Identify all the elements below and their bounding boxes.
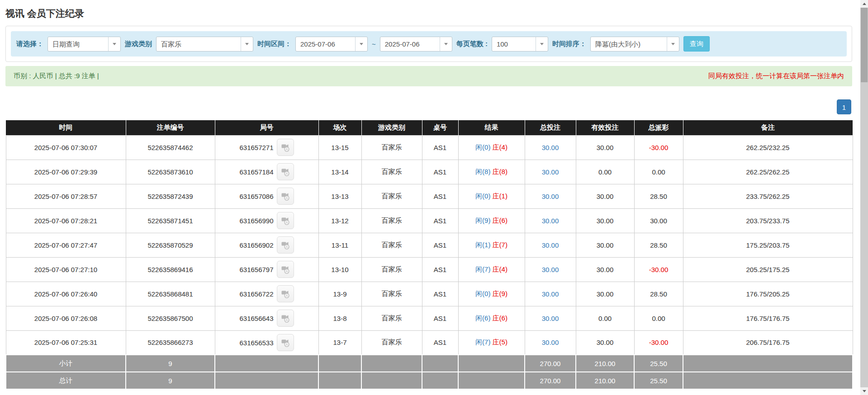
cell-remark: 206.75/176.75 xyxy=(683,330,853,355)
result-player: 闲(0) xyxy=(475,290,490,297)
chevron-down-icon[interactable] xyxy=(355,37,367,51)
summary-cell xyxy=(361,355,422,372)
cell-round: 631656902 xyxy=(215,233,318,257)
cell-game-type: 百家乐 xyxy=(361,257,422,282)
summary-cell: 9 xyxy=(126,372,215,389)
arrow-up-icon xyxy=(863,3,866,5)
cell-total-bet[interactable]: 30.00 xyxy=(525,184,576,208)
game-type-value: 百家乐 xyxy=(157,37,241,51)
cell-result: 闲(1) 庄(7) xyxy=(458,233,525,257)
video-replay-button[interactable] xyxy=(277,139,294,156)
page-size-label: 每页笔数 : xyxy=(456,40,488,48)
column-header: 备注 xyxy=(683,120,853,135)
cell-total-bet[interactable]: 30.00 xyxy=(525,282,576,306)
column-header: 有效投注 xyxy=(576,120,634,135)
scrollbar-thumb[interactable] xyxy=(861,8,868,82)
cell-result: 闲(0) 庄(9) xyxy=(458,282,525,306)
page-size-value: 100 xyxy=(492,37,536,51)
video-replay-button[interactable] xyxy=(277,163,294,180)
cell-session: 13-14 xyxy=(318,160,361,184)
table-row: 2025-07-06 07:28:21522635871451631656990… xyxy=(6,208,853,233)
cell-total-bet[interactable]: 30.00 xyxy=(525,330,576,355)
date-from-select[interactable]: 2025-07-06 xyxy=(295,37,368,52)
cell-session: 13-10 xyxy=(318,257,361,282)
cell-time: 2025-07-06 07:28:57 xyxy=(6,184,126,208)
page-button-1[interactable]: 1 xyxy=(837,99,851,114)
video-file-icon xyxy=(280,313,290,323)
summary-cell xyxy=(318,355,361,372)
video-file-icon xyxy=(280,240,290,250)
video-replay-button[interactable] xyxy=(277,334,294,351)
cell-valid-bet: 0.00 xyxy=(576,306,634,330)
cell-result: 闲(0) 庄(1) xyxy=(458,184,525,208)
chevron-down-icon[interactable] xyxy=(108,37,120,51)
cell-total-bet[interactable]: 30.00 xyxy=(525,306,576,330)
cell-time: 2025-07-06 07:27:47 xyxy=(6,233,126,257)
cell-time: 2025-07-06 07:25:31 xyxy=(6,330,126,355)
cell-session: 13-8 xyxy=(318,306,361,330)
table-footer: 小计9270.00210.0025.50总计9270.00210.0025.50 xyxy=(6,355,853,389)
cell-bet-id: 522635869416 xyxy=(126,257,215,282)
cell-session: 13-7 xyxy=(318,330,361,355)
cell-total-bet[interactable]: 30.00 xyxy=(525,233,576,257)
table-row: 2025-07-06 07:27:10522635869416631656797… xyxy=(6,257,853,282)
table-row: 2025-07-06 07:28:57522635872439631657086… xyxy=(6,184,853,208)
cell-table-id: AS1 xyxy=(422,135,458,160)
video-replay-button[interactable] xyxy=(277,236,294,254)
chevron-down-icon[interactable] xyxy=(536,37,548,51)
game-type-select[interactable]: 百家乐 xyxy=(156,37,253,52)
video-replay-button[interactable] xyxy=(277,212,294,229)
scroll-up-button[interactable] xyxy=(860,0,868,8)
search-button[interactable]: 查询 xyxy=(683,36,710,52)
date-to-select[interactable]: 2025-07-06 xyxy=(380,37,452,52)
cell-payout: -30.00 xyxy=(634,257,683,282)
summary-cell xyxy=(683,355,853,372)
chevron-down-icon[interactable] xyxy=(667,37,679,51)
video-replay-button[interactable] xyxy=(277,285,294,302)
video-replay-button[interactable] xyxy=(277,188,294,205)
page-content: 视讯 会员下注纪录 请选择： 日期查询 游戏类别 百家乐 时间区间： 2025-… xyxy=(5,0,852,390)
summary-cell xyxy=(422,355,458,372)
scroll-down-button[interactable] xyxy=(860,387,868,395)
video-replay-button[interactable] xyxy=(277,310,294,327)
round-number: 631656643 xyxy=(239,315,273,322)
cell-total-bet[interactable]: 30.00 xyxy=(525,208,576,233)
cell-table-id: AS1 xyxy=(422,330,458,355)
cell-total-bet[interactable]: 30.00 xyxy=(525,160,576,184)
result-banker: 庄(6) xyxy=(493,314,508,322)
query-mode-select[interactable]: 日期查询 xyxy=(47,37,121,52)
video-replay-button[interactable] xyxy=(277,261,294,278)
cell-game-type: 百家乐 xyxy=(361,306,422,330)
cell-total-bet[interactable]: 30.00 xyxy=(525,135,576,160)
chevron-down-icon[interactable] xyxy=(440,37,452,51)
cell-table-id: AS1 xyxy=(422,208,458,233)
round-number: 631656902 xyxy=(239,241,273,249)
result-player: 闲(1) xyxy=(475,241,490,249)
summary-cell: 210.00 xyxy=(576,372,634,389)
cell-time: 2025-07-06 07:27:10 xyxy=(6,257,126,282)
query-mode-value: 日期查询 xyxy=(48,37,108,51)
cell-valid-bet: 30.00 xyxy=(576,233,634,257)
cell-total-bet[interactable]: 30.00 xyxy=(525,257,576,282)
time-sort-select[interactable]: 降冪(由大到小) xyxy=(590,37,679,52)
cell-result: 闲(8) 庄(8) xyxy=(458,160,525,184)
vertical-scrollbar[interactable] xyxy=(860,0,868,395)
cell-round: 631656990 xyxy=(215,208,318,233)
result-banker: 庄(8) xyxy=(493,168,508,175)
cell-result: 闲(7) 庄(5) xyxy=(458,330,525,355)
cell-payout: 28.50 xyxy=(634,184,683,208)
result-banker: 庄(6) xyxy=(493,216,508,224)
cell-valid-bet: 30.00 xyxy=(576,330,634,355)
cell-payout: 28.50 xyxy=(634,282,683,306)
bet-records-table: 时间注单编号局号场次游戏类别桌号结果总投注有效投注总派彩备注 2025-07-0… xyxy=(5,120,853,390)
result-banker: 庄(5) xyxy=(493,338,508,346)
summary-cell xyxy=(683,372,853,389)
cell-remark: 203.75/233.75 xyxy=(683,208,853,233)
cell-result: 闲(0) 庄(4) xyxy=(458,135,525,160)
chevron-down-icon[interactable] xyxy=(241,37,253,51)
page-size-select[interactable]: 100 xyxy=(492,37,548,52)
round-number: 631656990 xyxy=(239,217,273,225)
date-range-separator: ~ xyxy=(372,40,376,48)
summary-cell: 小计 xyxy=(6,355,126,372)
cell-round: 631656722 xyxy=(215,282,318,306)
